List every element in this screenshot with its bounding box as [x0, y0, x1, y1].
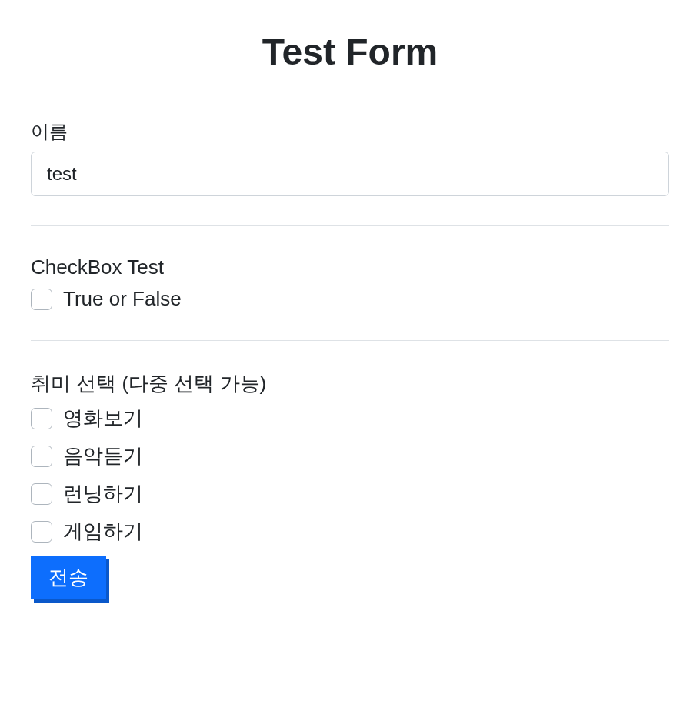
divider [31, 340, 669, 341]
hobby-checkbox-running[interactable] [31, 483, 52, 505]
divider [31, 225, 669, 226]
name-input[interactable] [31, 152, 669, 196]
checkbox-test-section-label: CheckBox Test [31, 255, 669, 279]
hobby-row: 런닝하기 [31, 480, 669, 507]
checkbox-true-false[interactable] [31, 289, 52, 310]
checkbox-test-row: True or False [31, 287, 669, 311]
name-label: 이름 [31, 119, 669, 144]
checkbox-test-group: CheckBox Test True or False [31, 255, 669, 311]
submit-button[interactable]: 전송 [31, 556, 106, 599]
hobby-row: 게임하기 [31, 518, 669, 545]
hobby-checkbox-movie[interactable] [31, 408, 52, 429]
name-field-group: 이름 [31, 119, 669, 196]
checkbox-true-false-label[interactable]: True or False [63, 287, 182, 311]
hobby-label[interactable]: 음악듣기 [63, 442, 143, 469]
hobby-checkbox-music[interactable] [31, 446, 52, 467]
hobbies-section-label: 취미 선택 (다중 선택 가능) [31, 370, 669, 397]
hobby-row: 영화보기 [31, 405, 669, 432]
hobby-label[interactable]: 영화보기 [63, 405, 143, 432]
hobby-row: 음악듣기 [31, 442, 669, 469]
page-title: Test Form [31, 31, 669, 73]
hobbies-group: 취미 선택 (다중 선택 가능) 영화보기 음악듣기 런닝하기 게임하기 전송 [31, 370, 669, 599]
hobby-label[interactable]: 런닝하기 [63, 480, 143, 507]
hobby-label[interactable]: 게임하기 [63, 518, 143, 545]
hobby-checkbox-game[interactable] [31, 521, 52, 543]
